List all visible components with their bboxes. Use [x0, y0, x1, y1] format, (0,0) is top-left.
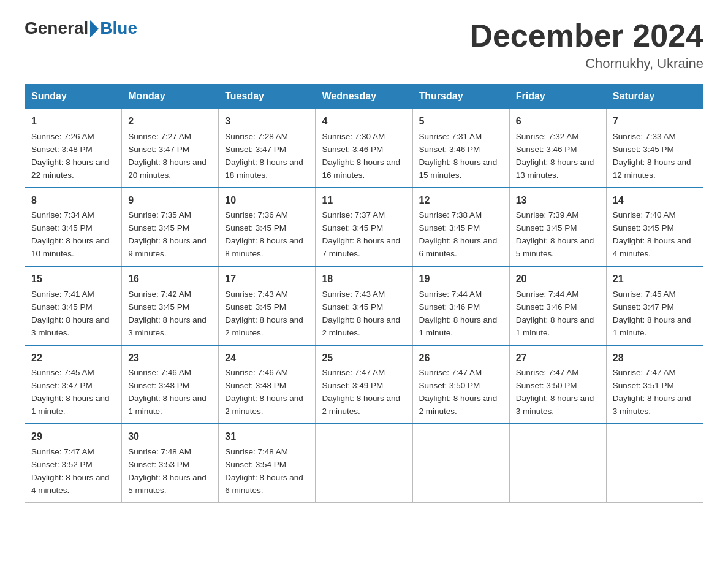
- header-row: SundayMondayTuesdayWednesdayThursdayFrid…: [25, 85, 703, 109]
- day-number: 1: [31, 114, 115, 129]
- day-number: 15: [31, 272, 115, 287]
- column-header-tuesday: Tuesday: [219, 85, 316, 109]
- day-number: 14: [613, 193, 697, 209]
- day-info: Sunrise: 7:46 AMSunset: 3:48 PMDaylight:…: [225, 368, 303, 416]
- column-header-sunday: Sunday: [25, 85, 122, 109]
- week-row-4: 22Sunrise: 7:45 AMSunset: 3:47 PMDayligh…: [25, 345, 703, 424]
- day-info: Sunrise: 7:46 AMSunset: 3:48 PMDaylight:…: [128, 368, 207, 416]
- day-info: Sunrise: 7:32 AMSunset: 3:46 PMDaylight:…: [516, 132, 594, 180]
- day-info: Sunrise: 7:39 AMSunset: 3:45 PMDaylight:…: [516, 210, 594, 258]
- day-number: 6: [516, 114, 600, 129]
- day-number: 27: [516, 351, 600, 366]
- calendar-cell: [412, 424, 509, 502]
- day-number: 24: [225, 351, 309, 366]
- calendar-cell: 10Sunrise: 7:36 AMSunset: 3:45 PMDayligh…: [219, 188, 316, 266]
- week-row-3: 15Sunrise: 7:41 AMSunset: 3:45 PMDayligh…: [25, 266, 703, 345]
- day-number: 18: [322, 272, 406, 287]
- logo-arrow-icon: [90, 20, 99, 37]
- day-number: 3: [225, 114, 309, 129]
- day-number: 12: [419, 193, 503, 209]
- calendar-cell: 23Sunrise: 7:46 AMSunset: 3:48 PMDayligh…: [122, 345, 219, 424]
- calendar-cell: 14Sunrise: 7:40 AMSunset: 3:45 PMDayligh…: [606, 188, 703, 266]
- calendar-cell: 27Sunrise: 7:47 AMSunset: 3:50 PMDayligh…: [509, 345, 606, 424]
- day-info: Sunrise: 7:30 AMSunset: 3:46 PMDaylight:…: [322, 132, 400, 180]
- day-number: 25: [322, 351, 406, 366]
- calendar-cell: 19Sunrise: 7:44 AMSunset: 3:46 PMDayligh…: [412, 266, 509, 345]
- day-info: Sunrise: 7:26 AMSunset: 3:48 PMDaylight:…: [31, 132, 110, 180]
- calendar-cell: 26Sunrise: 7:47 AMSunset: 3:50 PMDayligh…: [412, 345, 509, 424]
- week-row-5: 29Sunrise: 7:47 AMSunset: 3:52 PMDayligh…: [25, 424, 703, 502]
- day-info: Sunrise: 7:31 AMSunset: 3:46 PMDaylight:…: [419, 132, 498, 180]
- day-number: 4: [322, 114, 406, 129]
- day-number: 28: [613, 351, 697, 366]
- day-number: 7: [613, 114, 697, 129]
- day-number: 26: [419, 351, 503, 366]
- title-area: December 2024 Chornukhy, Ukraine: [469, 18, 703, 72]
- day-info: Sunrise: 7:37 AMSunset: 3:45 PMDaylight:…: [322, 210, 400, 258]
- week-row-1: 1Sunrise: 7:26 AMSunset: 3:48 PMDaylight…: [25, 109, 703, 187]
- calendar-cell: 3Sunrise: 7:28 AMSunset: 3:47 PMDaylight…: [219, 109, 316, 187]
- day-info: Sunrise: 7:43 AMSunset: 3:45 PMDaylight:…: [322, 289, 400, 337]
- calendar-cell: 20Sunrise: 7:44 AMSunset: 3:46 PMDayligh…: [509, 266, 606, 345]
- day-number: 10: [225, 193, 309, 209]
- day-number: 8: [31, 193, 115, 209]
- day-info: Sunrise: 7:47 AMSunset: 3:52 PMDaylight:…: [31, 447, 110, 495]
- day-info: Sunrise: 7:41 AMSunset: 3:45 PMDaylight:…: [31, 289, 110, 337]
- day-info: Sunrise: 7:42 AMSunset: 3:45 PMDaylight:…: [128, 289, 207, 337]
- day-number: 22: [31, 351, 115, 366]
- calendar-cell: 25Sunrise: 7:47 AMSunset: 3:49 PMDayligh…: [316, 345, 412, 424]
- calendar-cell: 21Sunrise: 7:45 AMSunset: 3:47 PMDayligh…: [606, 266, 703, 345]
- day-info: Sunrise: 7:47 AMSunset: 3:50 PMDaylight:…: [516, 368, 594, 416]
- calendar-cell: 1Sunrise: 7:26 AMSunset: 3:48 PMDaylight…: [25, 109, 122, 187]
- calendar-cell: 9Sunrise: 7:35 AMSunset: 3:45 PMDaylight…: [122, 188, 219, 266]
- day-info: Sunrise: 7:33 AMSunset: 3:45 PMDaylight:…: [613, 132, 691, 180]
- calendar-subtitle: Chornukhy, Ukraine: [469, 56, 703, 72]
- calendar-cell: 13Sunrise: 7:39 AMSunset: 3:45 PMDayligh…: [509, 188, 606, 266]
- calendar-cell: [509, 424, 606, 502]
- calendar-cell: 16Sunrise: 7:42 AMSunset: 3:45 PMDayligh…: [122, 266, 219, 345]
- day-info: Sunrise: 7:47 AMSunset: 3:50 PMDaylight:…: [419, 368, 498, 416]
- day-info: Sunrise: 7:48 AMSunset: 3:53 PMDaylight:…: [128, 447, 207, 495]
- day-info: Sunrise: 7:35 AMSunset: 3:45 PMDaylight:…: [128, 210, 207, 258]
- day-number: 21: [613, 272, 697, 287]
- day-info: Sunrise: 7:44 AMSunset: 3:46 PMDaylight:…: [419, 289, 498, 337]
- calendar-cell: 28Sunrise: 7:47 AMSunset: 3:51 PMDayligh…: [606, 345, 703, 424]
- column-header-thursday: Thursday: [412, 85, 509, 109]
- logo-general-text: General: [25, 18, 88, 38]
- day-info: Sunrise: 7:45 AMSunset: 3:47 PMDaylight:…: [31, 368, 110, 416]
- calendar-cell: 7Sunrise: 7:33 AMSunset: 3:45 PMDaylight…: [606, 109, 703, 187]
- day-number: 31: [225, 429, 309, 445]
- calendar-table: SundayMondayTuesdayWednesdayThursdayFrid…: [25, 84, 703, 502]
- day-info: Sunrise: 7:40 AMSunset: 3:45 PMDaylight:…: [613, 210, 691, 258]
- calendar-cell: 4Sunrise: 7:30 AMSunset: 3:46 PMDaylight…: [316, 109, 412, 187]
- day-info: Sunrise: 7:27 AMSunset: 3:47 PMDaylight:…: [128, 132, 207, 180]
- calendar-cell: [316, 424, 412, 502]
- column-header-monday: Monday: [122, 85, 219, 109]
- calendar-cell: 15Sunrise: 7:41 AMSunset: 3:45 PMDayligh…: [25, 266, 122, 345]
- calendar-cell: 8Sunrise: 7:34 AMSunset: 3:45 PMDaylight…: [25, 188, 122, 266]
- day-number: 23: [128, 351, 212, 366]
- logo: General Blue: [25, 18, 137, 38]
- day-info: Sunrise: 7:28 AMSunset: 3:47 PMDaylight:…: [225, 132, 303, 180]
- calendar-cell: 30Sunrise: 7:48 AMSunset: 3:53 PMDayligh…: [122, 424, 219, 502]
- column-header-saturday: Saturday: [606, 85, 703, 109]
- day-info: Sunrise: 7:36 AMSunset: 3:45 PMDaylight:…: [225, 210, 303, 258]
- day-info: Sunrise: 7:47 AMSunset: 3:51 PMDaylight:…: [613, 368, 691, 416]
- header: General Blue December 2024 Chornukhy, Uk…: [25, 18, 703, 72]
- day-number: 2: [128, 114, 212, 129]
- day-number: 20: [516, 272, 600, 287]
- logo-blue-text: Blue: [100, 18, 137, 38]
- calendar-cell: 22Sunrise: 7:45 AMSunset: 3:47 PMDayligh…: [25, 345, 122, 424]
- calendar-cell: 29Sunrise: 7:47 AMSunset: 3:52 PMDayligh…: [25, 424, 122, 502]
- calendar-title: December 2024: [469, 18, 703, 53]
- column-header-friday: Friday: [509, 85, 606, 109]
- day-number: 17: [225, 272, 309, 287]
- day-number: 11: [322, 193, 406, 209]
- day-number: 29: [31, 429, 115, 445]
- calendar-cell: 31Sunrise: 7:48 AMSunset: 3:54 PMDayligh…: [219, 424, 316, 502]
- day-info: Sunrise: 7:38 AMSunset: 3:45 PMDaylight:…: [419, 210, 498, 258]
- day-number: 13: [516, 193, 600, 209]
- day-number: 30: [128, 429, 212, 445]
- day-info: Sunrise: 7:34 AMSunset: 3:45 PMDaylight:…: [31, 210, 110, 258]
- day-info: Sunrise: 7:43 AMSunset: 3:45 PMDaylight:…: [225, 289, 303, 337]
